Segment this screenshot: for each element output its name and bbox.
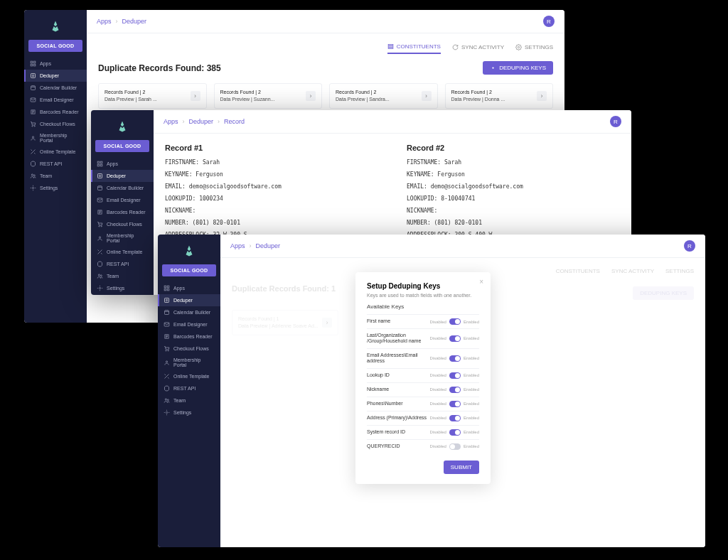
sidebar-item-apps[interactable]: Apps <box>24 58 87 70</box>
toggle-switch[interactable] <box>449 355 461 362</box>
nav-label: Team <box>107 274 119 279</box>
sidebar-item-rest-api[interactable]: REST API <box>24 158 87 170</box>
toggle-switch[interactable] <box>449 318 461 325</box>
svg-rect-37 <box>165 298 169 303</box>
record-field: NUMBER: (801) 820-0101 <box>165 220 378 226</box>
deduping-keys-button[interactable]: DEDUPING KEYS <box>483 61 553 75</box>
toggle-switch[interactable] <box>449 335 461 342</box>
avatar[interactable]: R <box>684 240 695 252</box>
chevron-right-icon: › <box>191 91 200 101</box>
nav-list: AppsDeduperCalendar BuilderEmail Designe… <box>158 282 220 419</box>
sidebar-item-settings[interactable]: Settings <box>158 406 220 419</box>
chevron-right-icon: › <box>218 118 220 125</box>
disabled-label: Disabled <box>430 416 446 420</box>
tab-settings[interactable]: SETTINGS <box>515 44 553 53</box>
nav-icon <box>30 85 36 91</box>
svg-point-27 <box>99 226 100 227</box>
avatar[interactable]: R <box>610 116 621 127</box>
sidebar-item-calendar-builder[interactable]: Calendar Builder <box>158 306 220 318</box>
sidebar-item-online-template[interactable]: Online Template <box>91 246 154 258</box>
sidebar-item-email-designer[interactable]: Email Designer <box>91 194 154 206</box>
sidebar-item-deduper[interactable]: Deduper <box>158 294 220 306</box>
crumb-apps[interactable]: Apps <box>97 18 112 25</box>
key-row: Lookup IDDisabledEnabled <box>367 368 479 382</box>
svg-rect-15 <box>388 46 393 48</box>
sidebar-item-deduper[interactable]: Deduper <box>24 70 87 82</box>
enabled-label: Enabled <box>464 336 479 340</box>
key-label: System record ID <box>367 429 430 435</box>
sidebar-item-online-template[interactable]: Online Template <box>158 370 220 382</box>
sidebar-item-barcodes-reader[interactable]: Barcodes Reader <box>91 206 154 218</box>
tab-constituents[interactable]: CONSTITUENTS <box>387 43 441 54</box>
toggle-switch[interactable] <box>449 372 461 379</box>
sidebar-item-team[interactable]: Team <box>24 170 87 182</box>
sidebar-item-calendar-builder[interactable]: Calendar Builder <box>24 82 87 94</box>
chevron-right-icon: › <box>116 18 118 25</box>
sidebar-item-team[interactable]: Team <box>91 270 154 282</box>
sidebar-item-email-designer[interactable]: Email Designer <box>158 318 220 330</box>
duplicate-card[interactable]: Records Found | 2Data Preview | Donna ..… <box>445 83 554 109</box>
sidebar: SOCIAL GOOD AppsDeduperCalendar BuilderE… <box>24 10 87 323</box>
tab-sync-activity[interactable]: SYNC ACTIVITY <box>452 44 504 53</box>
disabled-label: Disabled <box>430 430 446 434</box>
svg-rect-16 <box>388 48 393 49</box>
crumb-apps[interactable]: Apps <box>230 242 245 249</box>
modal-title: Setup Deduping Keys <box>367 282 479 290</box>
toggle-switch[interactable] <box>449 401 461 407</box>
sidebar-item-barcodes-reader[interactable]: Barcodes Reader <box>158 330 220 343</box>
sidebar-item-settings[interactable]: Settings <box>24 182 87 194</box>
svg-rect-24 <box>98 186 102 190</box>
duplicate-card[interactable]: Records Found | 2Data Preview | Sandra..… <box>329 83 438 109</box>
sidebar-item-checkout-flows[interactable]: Checkout Flows <box>24 118 87 130</box>
crumb-record[interactable]: Record <box>224 118 245 125</box>
sidebar-item-checkout-flows[interactable]: Checkout Flows <box>158 343 220 355</box>
sidebar-item-calendar-builder[interactable]: Calendar Builder <box>91 182 154 194</box>
sidebar-item-membership-portal[interactable]: Membership Portal <box>158 355 220 370</box>
keys-list: First nameDisabledEnabledLast/Organizati… <box>367 314 479 453</box>
toggle-switch[interactable] <box>449 429 461 436</box>
toggle-switch[interactable] <box>449 387 461 393</box>
svg-rect-22 <box>100 164 102 166</box>
avatar[interactable]: R <box>543 16 555 27</box>
sidebar-item-team[interactable]: Team <box>158 394 220 406</box>
brand-badge: SOCIAL GOOD <box>162 264 216 276</box>
sidebar-item-rest-api[interactable]: REST API <box>158 382 220 394</box>
sidebar-item-online-template[interactable]: Online Template <box>24 146 87 158</box>
key-label: Last/Organization /Group/Household name <box>367 333 430 345</box>
enabled-label: Enabled <box>464 373 479 377</box>
crumb-deduper[interactable]: Deduper <box>122 18 147 25</box>
sidebar-item-checkout-flows[interactable]: Checkout Flows <box>91 218 154 230</box>
sidebar-item-membership-portal[interactable]: Membership Portal <box>24 130 87 146</box>
svg-point-43 <box>166 360 167 362</box>
sidebar-item-apps[interactable]: Apps <box>158 282 220 294</box>
crumb-apps[interactable]: Apps <box>164 118 178 125</box>
record-field: LOOKUPID: 8-10040741 <box>407 195 620 202</box>
chevron-right-icon: › <box>537 91 547 101</box>
submit-button[interactable]: SUBMIT <box>444 461 479 474</box>
sidebar-item-membership-portal[interactable]: Membership Portal <box>91 230 154 246</box>
duplicate-card: Records Found | 1Data Preview | Adrienne… <box>232 310 338 335</box>
close-icon[interactable]: × <box>479 278 483 286</box>
duplicate-card[interactable]: Records Found | 2Data Preview | Sarah ..… <box>98 83 207 109</box>
sidebar-item-settings[interactable]: Settings <box>91 282 154 294</box>
svg-point-10 <box>32 136 33 137</box>
sidebar-item-apps[interactable]: Apps <box>91 158 154 170</box>
nav-label: Email Designer <box>40 97 73 102</box>
svg-rect-0 <box>31 61 33 63</box>
toggle-switch[interactable] <box>449 415 461 421</box>
sidebar-item-email-designer[interactable]: Email Designer <box>24 94 87 106</box>
toggle-switch[interactable] <box>449 443 461 450</box>
chevron-right-icon: › <box>322 318 332 328</box>
sidebar-item-rest-api[interactable]: REST API <box>91 258 154 270</box>
crumb-deduper[interactable]: Deduper <box>256 242 281 249</box>
key-row: System record IDDisabledEnabled <box>367 425 479 439</box>
svg-point-44 <box>165 399 166 400</box>
sidebar-item-deduper[interactable]: Deduper <box>91 170 154 182</box>
crumb-deduper[interactable]: Deduper <box>189 118 214 125</box>
sidebar-item-barcodes-reader[interactable]: Barcodes Reader <box>24 106 87 118</box>
duplicate-card[interactable]: Records Found | 2Data Preview | Suzann..… <box>214 83 323 109</box>
nav-label: Online Template <box>40 149 75 154</box>
nav-icon <box>164 385 170 392</box>
sync-icon <box>452 44 459 50</box>
nav-icon <box>30 97 36 103</box>
